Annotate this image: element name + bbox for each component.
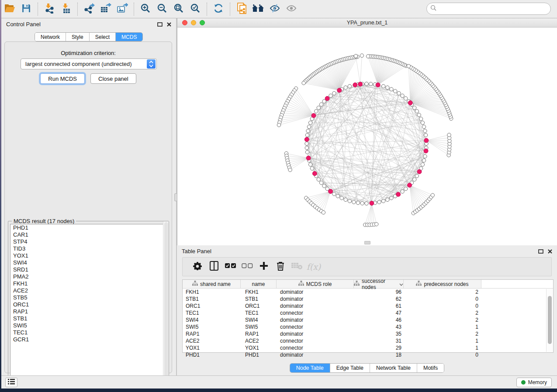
tab-motifs[interactable]: Motifs bbox=[417, 364, 444, 372]
scrollbar-thumb[interactable] bbox=[164, 222, 168, 383]
column-header-name[interactable]: name bbox=[241, 280, 277, 288]
column-header-predecessor-nodes[interactable]: predecessor nodes bbox=[404, 280, 481, 288]
refresh-view-button[interactable] bbox=[211, 2, 226, 16]
float-panel-icon[interactable] bbox=[538, 248, 543, 256]
search-input[interactable] bbox=[439, 6, 550, 12]
clone-network-button[interactable] bbox=[234, 2, 249, 16]
table-row[interactable]: RAP1RAP1dominator352 bbox=[183, 330, 553, 337]
column-header-successor-nodes[interactable]: successor nodes bbox=[354, 280, 404, 288]
node-table: shared name name MCDS role successor nod… bbox=[182, 279, 554, 353]
run-mcds-button[interactable]: Run MCDS bbox=[40, 73, 85, 84]
result-list-item[interactable]: PHD1 bbox=[10, 224, 166, 231]
import-network-button[interactable] bbox=[42, 2, 57, 16]
optimization-criterion-select[interactable]: largest connected component (undirected) bbox=[21, 58, 157, 69]
result-list-item[interactable]: YOX1 bbox=[10, 252, 166, 259]
close-panel-button[interactable]: Close panel bbox=[90, 73, 136, 84]
result-list-item[interactable]: SWI5 bbox=[10, 322, 166, 329]
close-panel-icon[interactable] bbox=[166, 21, 172, 29]
table-row[interactable]: ACE2ACE2connector311 bbox=[183, 337, 553, 344]
show-columns-button[interactable] bbox=[206, 259, 222, 274]
column-tree-icon bbox=[192, 281, 198, 287]
result-list-item[interactable]: TEC1 bbox=[10, 329, 166, 336]
show-all-button[interactable] bbox=[284, 2, 299, 16]
result-list-item[interactable]: STB1 bbox=[10, 315, 166, 322]
table-row[interactable]: FKH1FKH1dominator962 bbox=[183, 289, 553, 296]
result-list-item[interactable]: STP4 bbox=[10, 238, 166, 245]
control-panel: Control Panel Network Style Select MCDS … bbox=[1, 18, 176, 375]
tab-node-table[interactable]: Node Table bbox=[290, 364, 330, 372]
table-row[interactable]: ORC1ORC1dominator610 bbox=[183, 303, 553, 309]
clone-network-icon bbox=[236, 3, 247, 16]
table-panel-header: Table Panel bbox=[177, 245, 557, 257]
function-builder-button[interactable]: f(x) bbox=[305, 259, 322, 274]
create-column-button[interactable] bbox=[256, 259, 272, 274]
zoom-selected-button[interactable] bbox=[188, 2, 203, 16]
tab-network-table[interactable]: Network Table bbox=[370, 364, 417, 372]
table-scrollbar[interactable] bbox=[546, 289, 553, 352]
zoom-in-button[interactable] bbox=[138, 2, 153, 16]
tab-select[interactable]: Select bbox=[90, 33, 116, 41]
table-row[interactable]: YOX1YOX1connector291 bbox=[183, 344, 553, 351]
result-list-item[interactable]: TID3 bbox=[10, 245, 166, 252]
mcds-result-scrollbar[interactable] bbox=[163, 221, 169, 384]
column-header-mcds-role[interactable]: MCDS role bbox=[277, 280, 354, 288]
close-panel-icon[interactable] bbox=[547, 248, 553, 256]
table-row[interactable]: PHD1PHD1dominator180 bbox=[183, 351, 553, 358]
tab-style[interactable]: Style bbox=[66, 33, 90, 41]
export-table-button[interactable] bbox=[98, 2, 113, 16]
table-cell: SWI5 bbox=[241, 323, 277, 330]
search-icon bbox=[430, 5, 436, 13]
table-cell: SWI4 bbox=[241, 316, 277, 323]
import-table-button[interactable] bbox=[59, 2, 73, 16]
zoom-fit-button[interactable] bbox=[171, 2, 186, 16]
toolbar-separator bbox=[77, 3, 78, 16]
mcds-result-list[interactable]: PHD1CAR1STP4TID3YOX1SWI4SRD1PMA2FKH1ACE2… bbox=[10, 224, 167, 382]
memory-label: Memory bbox=[528, 379, 547, 385]
tab-edge-table[interactable]: Edge Table bbox=[330, 364, 370, 372]
result-list-item[interactable]: FKH1 bbox=[10, 280, 166, 287]
table-tabs: Node Table Edge Table Network Table Moti… bbox=[177, 363, 557, 373]
table-row[interactable]: SWI4SWI4dominator462 bbox=[183, 316, 553, 323]
table-row[interactable]: TEC1TEC1connector472 bbox=[183, 309, 553, 316]
table-cell: dominator bbox=[277, 289, 354, 296]
unselect-all-button[interactable] bbox=[239, 259, 256, 274]
table-settings-button[interactable] bbox=[189, 259, 206, 274]
result-list-item[interactable]: CAR1 bbox=[10, 231, 166, 238]
first-neighbors-button[interactable] bbox=[251, 2, 266, 16]
result-list-item[interactable]: STB5 bbox=[10, 294, 166, 301]
hide-selected-button[interactable] bbox=[267, 2, 282, 16]
network-canvas[interactable] bbox=[177, 28, 557, 245]
save-session-button[interactable] bbox=[19, 2, 34, 16]
result-list-item[interactable]: SWI4 bbox=[10, 259, 166, 266]
float-panel-icon[interactable] bbox=[157, 21, 163, 29]
table-cell: 2 bbox=[404, 316, 481, 323]
tab-network[interactable]: Network bbox=[35, 33, 66, 41]
export-network-button[interactable] bbox=[82, 2, 97, 16]
zoom-out-button[interactable] bbox=[155, 2, 170, 16]
delete-column-button[interactable] bbox=[272, 259, 289, 274]
result-list-item[interactable]: PMA2 bbox=[10, 273, 166, 280]
result-list-item[interactable]: ORC1 bbox=[10, 301, 166, 308]
table-row[interactable]: SWI5SWI5connector431 bbox=[183, 323, 553, 330]
table-row[interactable]: STB1STB1dominator620 bbox=[183, 296, 553, 303]
delete-table-button[interactable] bbox=[289, 259, 305, 274]
network-graph[interactable] bbox=[177, 28, 557, 245]
select-all-button[interactable] bbox=[222, 259, 239, 274]
export-image-button[interactable] bbox=[115, 2, 130, 16]
table-cell: 1 bbox=[404, 344, 481, 351]
tab-mcds[interactable]: MCDS bbox=[116, 33, 142, 41]
zoom-out-icon bbox=[157, 3, 167, 15]
table-panel: Table Panel f(x) bbox=[177, 245, 557, 375]
table-cell: TEC1 bbox=[241, 309, 277, 316]
open-file-button[interactable] bbox=[2, 2, 17, 16]
task-history-button[interactable] bbox=[5, 378, 17, 387]
dropdown-stepper-icon bbox=[147, 59, 156, 69]
result-list-item[interactable]: SRD1 bbox=[10, 266, 166, 273]
result-list-item[interactable]: ACE2 bbox=[10, 287, 166, 294]
network-splitter-handle[interactable] bbox=[364, 241, 370, 244]
result-list-item[interactable]: RAP1 bbox=[10, 308, 166, 315]
result-list-item[interactable]: GCR1 bbox=[10, 336, 166, 343]
column-header-shared-name[interactable]: shared name bbox=[183, 280, 241, 288]
scrollbar-thumb[interactable] bbox=[548, 296, 552, 344]
memory-button[interactable]: Memory bbox=[516, 378, 552, 387]
